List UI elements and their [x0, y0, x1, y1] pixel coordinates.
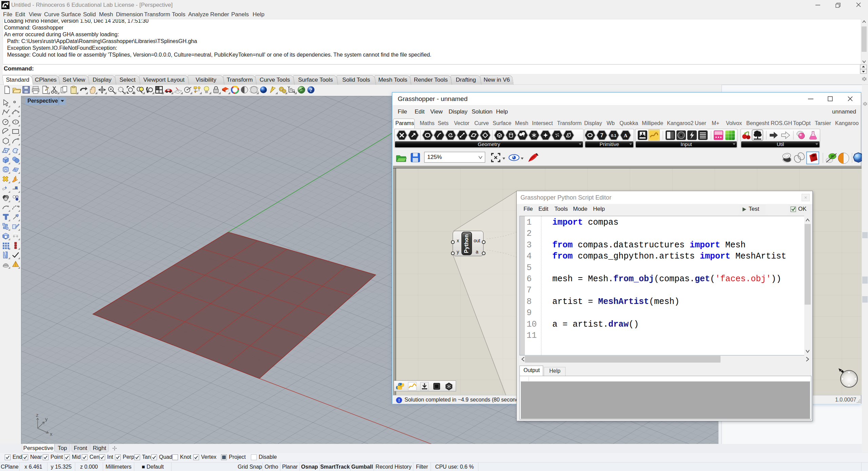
svg-text:A: A — [624, 133, 628, 138]
svg-text:y: y — [45, 416, 48, 422]
svg-text:x: x — [50, 431, 53, 437]
svg-text:?: ? — [310, 87, 312, 93]
svg-text:!: ! — [398, 398, 400, 403]
svg-text:0.1: 0.1 — [611, 134, 616, 138]
svg-text:z: z — [36, 412, 39, 418]
svg-text:7: 7 — [600, 132, 604, 138]
svg-text:6: 6 — [7, 1, 8, 5]
